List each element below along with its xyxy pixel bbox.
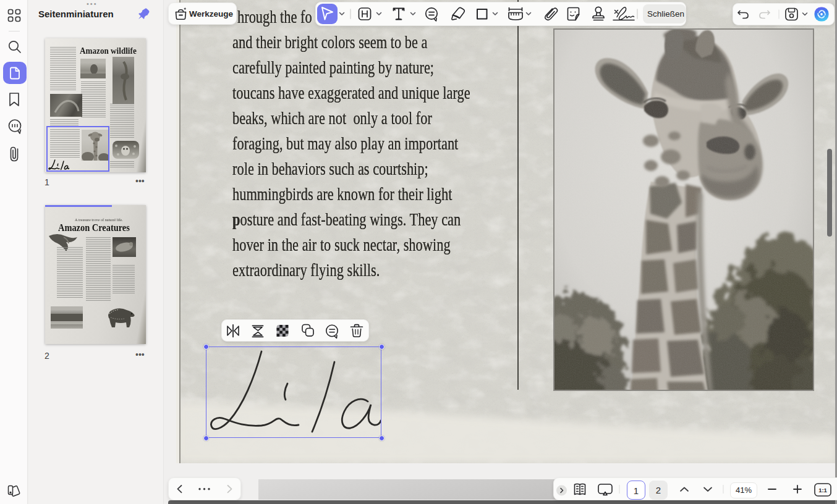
svg-text:1:1: 1:1 (818, 487, 827, 494)
